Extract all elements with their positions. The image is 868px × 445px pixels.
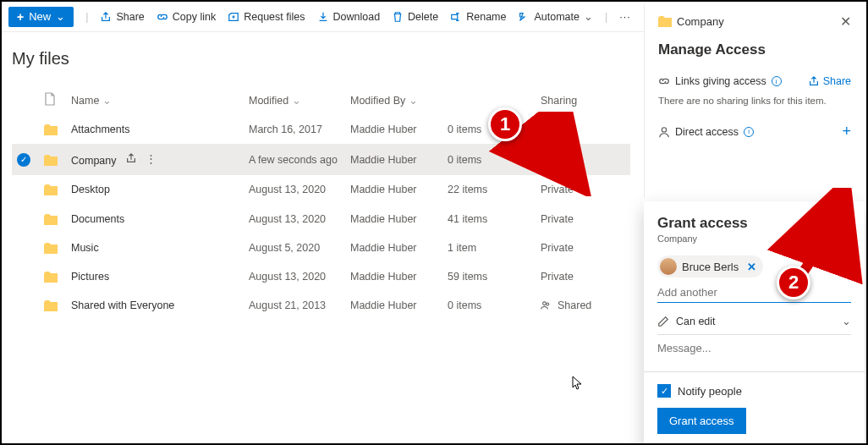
table-row[interactable]: PicturesAugust 13, 2020Maddie Huber59 it… (12, 262, 630, 291)
rename-icon (450, 11, 462, 23)
table-row[interactable]: Shared with EveryoneAugust 21, 2013Maddi… (12, 291, 630, 320)
share-icon (100, 11, 112, 23)
items-cell: 1 item (442, 233, 536, 262)
automate-label: Automate (534, 11, 580, 23)
delete-label: Delete (408, 11, 438, 23)
chevron-down-icon: ⌄ (56, 10, 65, 23)
people-icon (541, 300, 551, 310)
folder-icon (44, 155, 58, 166)
sharing-cell: Private (536, 115, 630, 144)
modified-cell: August 13, 2020 (244, 175, 345, 204)
modified-cell: August 21, 2013 (244, 291, 345, 320)
items-cell: 0 items (442, 115, 536, 144)
share-label: Share (116, 11, 144, 23)
toolbar-separator: | (85, 11, 88, 23)
message-input[interactable] (657, 335, 851, 371)
col-modifiedby[interactable]: Modified By⌄ (345, 85, 442, 115)
add-people-input[interactable] (657, 283, 851, 303)
file-name[interactable]: Documents (71, 213, 124, 225)
folder-icon (44, 300, 58, 311)
table-row[interactable]: AttachmentsMarch 16, 2017Maddie Huber0 i… (12, 115, 630, 144)
svg-point-1 (547, 303, 549, 305)
more-commands[interactable]: ··· (619, 11, 630, 23)
download-icon (317, 11, 329, 23)
file-name[interactable]: Pictures (71, 271, 109, 283)
flow-icon (518, 11, 530, 23)
chevron-down-icon: ⌄ (102, 95, 112, 107)
add-direct-access-button[interactable]: + (842, 123, 851, 140)
chevron-down-icon: ⌄ (292, 95, 301, 107)
info-icon[interactable]: i (772, 76, 782, 86)
col-modified[interactable]: Modified⌄ (244, 85, 345, 115)
share-icon (808, 75, 820, 87)
file-name[interactable]: Attachments (71, 124, 129, 135)
file-name[interactable]: Music (71, 242, 99, 254)
sharing-cell: Private (536, 175, 630, 204)
table-row[interactable]: DesktopAugust 13, 2020Maddie Huber22 ite… (12, 175, 630, 204)
chevron-down-icon: ⌄ (584, 10, 593, 23)
sharing-cell: Private (536, 204, 630, 233)
grant-access-subtitle: Company (657, 233, 851, 244)
col-items[interactable]: ⌄ (442, 85, 536, 115)
requestfiles-command[interactable]: Request files (228, 11, 305, 23)
close-icon[interactable]: ✕ (840, 14, 851, 30)
more-icon[interactable]: ⋮ (146, 152, 157, 165)
grant-access-button[interactable]: Grant access (657, 408, 746, 434)
table-row[interactable]: ✓Company⋮A few seconds agoMaddie Huber0 … (12, 144, 630, 175)
folder-icon (44, 243, 58, 254)
close-icon[interactable]: ✕ (844, 210, 854, 223)
download-command[interactable]: Download (317, 11, 381, 23)
checkbox-checked-icon: ✓ (657, 384, 671, 398)
avatar (660, 258, 677, 275)
share-icon[interactable] (125, 152, 137, 164)
table-row[interactable]: DocumentsAugust 13, 2020Maddie Huber41 i… (12, 204, 630, 233)
delete-command[interactable]: Delete (392, 11, 438, 23)
panel-share-button[interactable]: Share (808, 75, 851, 87)
file-type-icon (44, 92, 56, 106)
sharing-cell: Private (536, 144, 630, 175)
selected-check-icon[interactable]: ✓ (17, 153, 30, 167)
modifiedby-cell: Maddie Huber (345, 233, 442, 262)
sharing-cell: Private (536, 262, 630, 291)
modifiedby-cell: Maddie Huber (345, 115, 442, 144)
notify-people-checkbox[interactable]: ✓ Notify people (657, 384, 851, 398)
folder-icon (44, 184, 58, 195)
automate-command[interactable]: Automate ⌄ (518, 10, 593, 23)
links-giving-access-label: Links giving access (675, 75, 766, 87)
permission-dropdown[interactable]: Can edit ⌄ (657, 308, 851, 335)
items-cell: 59 items (442, 262, 536, 291)
table-row[interactable]: MusicAugust 5, 2020Maddie Huber1 itemPri… (12, 233, 630, 262)
remove-chip-icon[interactable]: ✕ (747, 261, 756, 273)
items-cell: 22 items (442, 175, 536, 204)
chevron-down-icon: ⌄ (409, 95, 418, 107)
file-name[interactable]: Company (71, 155, 117, 167)
person-icon (658, 126, 670, 138)
file-name[interactable]: Desktop (71, 184, 110, 195)
col-name[interactable]: Name⌄ (66, 85, 244, 115)
download-label: Download (333, 11, 381, 23)
grant-access-dialog: ✕ Grant access Company Bruce Berls ✕ Can… (644, 201, 865, 445)
people-chip-name: Bruce Berls (682, 261, 739, 273)
info-icon[interactable]: i (744, 127, 754, 137)
share-command[interactable]: Share (100, 11, 144, 23)
modifiedby-cell: Maddie Huber (345, 291, 442, 320)
items-cell: 0 items (442, 291, 536, 320)
main-content: My files Name⌄ Modified⌄ Modified By⌄ ⌄ … (2, 32, 640, 320)
modified-cell: August 13, 2020 (244, 262, 345, 291)
direct-access-label: Direct access (675, 126, 739, 138)
permission-label: Can edit (676, 316, 716, 327)
new-button-label: New (29, 10, 51, 23)
plus-icon: + (17, 10, 24, 24)
toolbar-separator: | (605, 11, 607, 23)
new-button[interactable]: + New ⌄ (8, 7, 74, 27)
people-chip[interactable]: Bruce Berls ✕ (657, 255, 763, 277)
modified-cell: August 5, 2020 (244, 233, 345, 262)
cursor-icon (571, 376, 585, 393)
copylink-command[interactable]: Copy link (157, 11, 216, 23)
rename-label: Rename (466, 11, 506, 23)
col-sharing[interactable]: Sharing (536, 85, 630, 115)
file-name[interactable]: Shared with Everyone (71, 299, 174, 311)
rename-command[interactable]: Rename (450, 11, 506, 23)
files-table: Name⌄ Modified⌄ Modified By⌄ ⌄ Sharing A… (12, 85, 630, 320)
link-icon (658, 75, 670, 87)
